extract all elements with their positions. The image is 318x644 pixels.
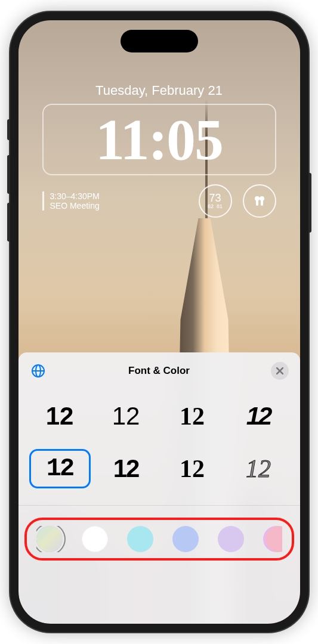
weather-widget[interactable]: 73 62 81 <box>199 184 232 218</box>
font-option-6[interactable]: 12 <box>95 449 157 488</box>
color-swatch-white[interactable] <box>82 526 108 552</box>
globe-icon <box>31 364 45 378</box>
font-option-8[interactable]: 12 <box>228 449 289 488</box>
color-swatch-blue[interactable] <box>172 526 199 552</box>
font-grid: 1212121212121212 <box>29 397 289 488</box>
weather-current-temp: 73 <box>209 193 221 203</box>
dynamic-island <box>121 30 198 52</box>
color-swatch-lavender[interactable] <box>218 526 244 552</box>
font-option-4[interactable]: 12 <box>228 397 289 436</box>
globe-button[interactable] <box>29 362 47 380</box>
color-swatch-cyan[interactable] <box>127 526 153 552</box>
font-option-3[interactable]: 12 <box>162 397 223 436</box>
lockscreen-time: 11:05 <box>95 106 223 173</box>
lockscreen-date[interactable]: Tuesday, February 21 <box>18 83 300 98</box>
volume-down-button <box>7 203 10 242</box>
color-row-annotation-highlight <box>24 518 294 561</box>
airpods-icon <box>252 194 267 208</box>
svg-rect-1 <box>256 200 258 206</box>
font-color-sheet: Font & Color 1212121212121212 <box>18 352 300 624</box>
calendar-title: SEO Meeting <box>50 201 188 210</box>
sheet-divider <box>18 505 300 506</box>
silence-switch <box>7 119 10 140</box>
calendar-time: 3:30–4:30PM <box>50 191 188 201</box>
sheet-header: Font & Color <box>29 362 289 380</box>
close-button[interactable] <box>271 362 289 380</box>
font-option-1[interactable]: 12 <box>29 397 91 436</box>
power-button <box>308 173 311 233</box>
close-icon <box>276 367 283 374</box>
calendar-widget[interactable]: 3:30–4:30PM SEO Meeting <box>42 191 188 210</box>
time-frame[interactable]: 11:05 <box>42 104 276 175</box>
font-option-5[interactable]: 12 <box>29 449 91 488</box>
svg-rect-3 <box>261 200 263 206</box>
font-option-7[interactable]: 12 <box>162 449 223 488</box>
sheet-title: Font & Color <box>128 365 190 377</box>
phone-frame: Tuesday, February 21 11:05 3:30–4:30PM S… <box>10 12 308 632</box>
screen: Tuesday, February 21 11:05 3:30–4:30PM S… <box>18 20 300 624</box>
widgets-row: 3:30–4:30PM SEO Meeting 73 62 81 <box>42 184 276 218</box>
font-option-2[interactable]: 12 <box>95 397 157 436</box>
volume-up-button <box>7 155 10 194</box>
weather-range: 62 81 <box>208 203 223 209</box>
color-swatch-gradient[interactable] <box>36 526 63 552</box>
airpods-battery-widget[interactable] <box>243 184 276 218</box>
